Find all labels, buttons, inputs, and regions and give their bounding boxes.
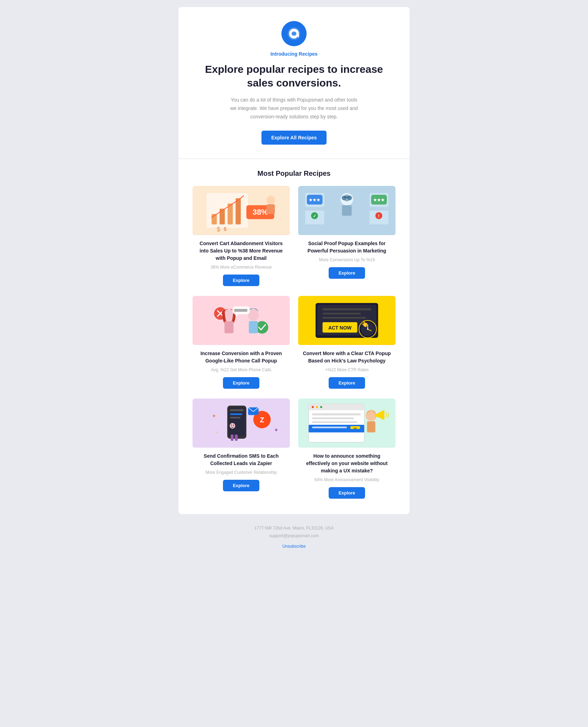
svg-rect-63 bbox=[230, 417, 240, 419]
recipe-card-social-proof: ★★★ ★★★ ✓ ! Social Proof Popup Examples … bbox=[298, 186, 396, 288]
svg-text:👆: 👆 bbox=[361, 320, 369, 327]
logo-icon bbox=[281, 21, 307, 46]
explore-button-social[interactable]: Explore bbox=[329, 267, 365, 279]
svg-rect-62 bbox=[230, 414, 242, 415]
svg-text:$: $ bbox=[217, 226, 220, 233]
svg-rect-43 bbox=[234, 309, 247, 312]
recipe-image-sms: Z ✦ ✦ ✦ bbox=[192, 399, 290, 448]
svg-rect-86 bbox=[312, 427, 347, 428]
introducing-label: Introducing Recipes bbox=[200, 51, 388, 57]
hero-description: You can do a lot of things with Popupsma… bbox=[227, 96, 360, 121]
svg-text:✦: ✦ bbox=[274, 427, 278, 433]
recipe-image-phone bbox=[192, 296, 290, 345]
svg-point-66 bbox=[233, 425, 234, 426]
svg-rect-82 bbox=[312, 414, 361, 416]
svg-rect-83 bbox=[312, 418, 354, 420]
recipe-image-announce: OK bbox=[298, 399, 396, 448]
footer-section: 1777 NW 72bd Ave, Miami, FL33126, USA su… bbox=[178, 514, 410, 557]
explore-button-announce[interactable]: Explore bbox=[329, 487, 365, 499]
unsubscribe-link[interactable]: Unsubscribe bbox=[282, 544, 306, 549]
recipe-stat-sms: More Engaged Customer Relationship bbox=[192, 470, 290, 475]
svg-rect-6 bbox=[236, 199, 241, 224]
svg-rect-55 bbox=[323, 313, 361, 315]
recipe-stat-social: More Conversions Up To %19 bbox=[298, 257, 396, 262]
svg-text:ACT NOW: ACT NOW bbox=[328, 325, 352, 331]
recipe-card-sms: Z ✦ ✦ ✦ Send Confirmation SMS to Each Co… bbox=[192, 399, 290, 500]
svg-rect-54 bbox=[323, 309, 371, 311]
recipe-image-cart: 38% $ $ bbox=[192, 186, 290, 235]
svg-rect-23 bbox=[342, 205, 352, 216]
cards-grid: 38% $ $ Convert Cart Abandonment Visitor… bbox=[192, 186, 396, 500]
svg-text:OK: OK bbox=[354, 427, 357, 429]
svg-point-65 bbox=[231, 425, 232, 426]
recipe-title-cta: Convert More with a Clear CTA Popup Base… bbox=[298, 350, 396, 365]
svg-text:!: ! bbox=[378, 214, 379, 219]
svg-point-11 bbox=[266, 196, 275, 205]
recipe-stat-cta: +%22 More CTR Rates bbox=[298, 367, 396, 372]
recipe-stat-announce: 64% More Announcement Visibility bbox=[298, 477, 396, 482]
footer-address: 1777 NW 72bd Ave, Miami, FL33126, USA bbox=[186, 525, 402, 532]
recipe-image-cta: ACT NOW 👆 bbox=[298, 296, 396, 345]
svg-rect-61 bbox=[230, 409, 244, 411]
recipe-image-social: ★★★ ★★★ ✓ ! bbox=[298, 186, 396, 235]
recipe-title-announce: How to announce something effectively on… bbox=[298, 452, 396, 475]
svg-text:★★★: ★★★ bbox=[373, 198, 385, 203]
svg-rect-92 bbox=[374, 414, 378, 417]
svg-rect-12 bbox=[266, 205, 275, 214]
svg-rect-56 bbox=[323, 317, 366, 319]
hero-title: Explore popular recipes to increase sale… bbox=[200, 62, 388, 90]
hero-section: Introducing Recipes Explore popular reci… bbox=[178, 7, 410, 159]
svg-point-79 bbox=[312, 406, 314, 408]
svg-rect-32 bbox=[192, 296, 290, 345]
section-title: Most Popular Recipes bbox=[192, 169, 396, 178]
recipe-title-cart: Convert Cart Abandonment Visitors into S… bbox=[192, 240, 290, 262]
popular-section: Most Popular Recipes bbox=[178, 159, 410, 514]
recipe-card-cta: ACT NOW 👆 Convert More with a Clear CTA … bbox=[298, 296, 396, 390]
recipe-card-cart-abandonment: 38% $ $ Convert Cart Abandonment Visitor… bbox=[192, 186, 290, 288]
svg-text:★★★: ★★★ bbox=[309, 198, 320, 203]
recipe-title-social: Social Proof Popup Examples for Powerful… bbox=[298, 240, 396, 255]
svg-point-64 bbox=[230, 423, 235, 429]
svg-text:✦: ✦ bbox=[212, 413, 216, 419]
svg-text:Z: Z bbox=[260, 416, 264, 424]
svg-text:✦: ✦ bbox=[215, 430, 218, 434]
recipe-stat-phone: Avg. %22 Get More Phone Calls bbox=[192, 367, 290, 372]
svg-rect-67 bbox=[231, 435, 233, 441]
svg-text:$: $ bbox=[224, 226, 226, 232]
svg-point-81 bbox=[320, 406, 322, 408]
svg-point-51 bbox=[367, 328, 369, 330]
recipe-card-announce: OK How to announce something effectively… bbox=[298, 399, 396, 500]
recipe-title-sms: Send Confirmation SMS to Each Collected … bbox=[192, 452, 290, 467]
recipe-stat-cart: 38% More eCommerce Revenue bbox=[192, 265, 290, 270]
svg-rect-90 bbox=[367, 421, 376, 432]
svg-text:✓: ✓ bbox=[313, 214, 316, 219]
svg-text:38%: 38% bbox=[253, 208, 268, 216]
explore-button-cta[interactable]: Explore bbox=[329, 377, 365, 389]
svg-rect-60 bbox=[229, 408, 245, 436]
svg-rect-22 bbox=[344, 197, 350, 198]
explore-button-cart[interactable]: Explore bbox=[223, 275, 259, 286]
recipe-card-phone: Increase Conversion with a Proven Google… bbox=[192, 296, 290, 390]
svg-rect-68 bbox=[235, 435, 238, 441]
explore-button-sms[interactable]: Explore bbox=[223, 480, 259, 491]
svg-rect-40 bbox=[249, 321, 258, 333]
explore-button-phone[interactable]: Explore bbox=[223, 377, 259, 389]
footer-email: support@popupsmart.com bbox=[186, 532, 402, 540]
explore-all-recipes-button[interactable]: Explore All Recipes bbox=[261, 131, 327, 145]
email-wrapper: Introducing Recipes Explore popular reci… bbox=[178, 7, 410, 720]
svg-point-80 bbox=[316, 406, 318, 408]
svg-rect-4 bbox=[219, 209, 225, 224]
svg-rect-78 bbox=[309, 409, 364, 410]
svg-rect-38 bbox=[224, 321, 233, 333]
svg-rect-84 bbox=[312, 421, 357, 423]
recipe-title-phone: Increase Conversion with a Proven Google… bbox=[192, 350, 290, 365]
